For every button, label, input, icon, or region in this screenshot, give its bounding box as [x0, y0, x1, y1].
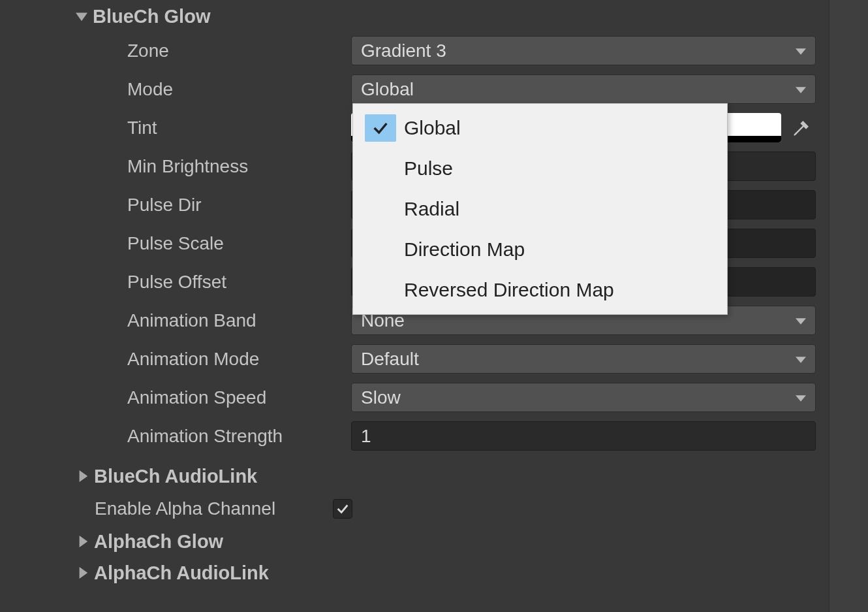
zone-value: Gradient 3: [361, 40, 446, 61]
chevron-right-icon: [72, 470, 94, 482]
chevron-down-icon: [796, 79, 806, 100]
chevron-down-icon: [796, 310, 806, 331]
section-bluech-glow-header[interactable]: BlueCh Glow: [0, 0, 868, 31]
mode-dropdown-popup: Global Pulse Radial Direction Map Revers…: [352, 103, 728, 315]
section-title: AlphaCh AudioLink: [94, 562, 269, 584]
chevron-right-icon: [72, 536, 94, 547]
chevron-down-icon: [70, 10, 93, 22]
enable-alpha-checkbox[interactable]: [333, 499, 352, 519]
section-title: AlphaCh Glow: [94, 531, 223, 553]
mode-label: Mode: [0, 79, 351, 100]
animation-strength-value: 1: [361, 426, 371, 447]
mode-option-label: Pulse: [404, 157, 453, 180]
chevron-down-icon: [796, 40, 806, 61]
mode-value: Global: [361, 79, 414, 100]
chevron-right-icon: [72, 567, 94, 579]
animation-speed-value: Slow: [361, 387, 401, 408]
section-title: BlueCh Glow: [93, 6, 210, 27]
animation-band-label: Animation Band: [0, 310, 351, 331]
chevron-down-icon: [796, 387, 806, 408]
mode-option-label: Reversed Direction Map: [404, 279, 614, 301]
zone-dropdown[interactable]: Gradient 3: [351, 36, 816, 65]
min-brightness-label: Min Brightness: [0, 156, 351, 177]
mode-option-radial[interactable]: Radial: [353, 189, 727, 229]
mode-option-pulse[interactable]: Pulse: [353, 148, 727, 189]
enable-alpha-label: Enable Alpha Channel: [0, 498, 333, 519]
mode-option-global[interactable]: Global: [353, 108, 727, 148]
pulse-offset-label: Pulse Offset: [0, 272, 351, 293]
eyedropper-button[interactable]: [786, 113, 816, 142]
mode-option-label: Radial: [404, 198, 459, 220]
check-icon: [365, 114, 396, 142]
section-alphach-glow-header[interactable]: AlphaCh Glow: [0, 526, 868, 557]
mode-option-label: Direction Map: [404, 238, 525, 261]
mode-option-label: Global: [404, 117, 461, 139]
animation-mode-label: Animation Mode: [0, 349, 351, 370]
animation-mode-value: Default: [361, 349, 419, 370]
mode-option-direction-map[interactable]: Direction Map: [353, 229, 727, 270]
mode-option-reversed-direction-map[interactable]: Reversed Direction Map: [353, 270, 727, 310]
mode-dropdown[interactable]: Global: [351, 74, 816, 104]
section-title: BlueCh AudioLink: [94, 466, 257, 487]
zone-label: Zone: [0, 40, 351, 61]
animation-strength-label: Animation Strength: [0, 426, 351, 447]
animation-mode-dropdown[interactable]: Default: [351, 344, 816, 374]
animation-strength-input[interactable]: 1: [351, 421, 816, 451]
animation-speed-label: Animation Speed: [0, 387, 351, 408]
tint-label: Tint: [0, 118, 351, 138]
section-alphach-audiolink-header[interactable]: AlphaCh AudioLink: [0, 557, 868, 588]
section-bluech-audiolink-header[interactable]: BlueCh AudioLink: [0, 460, 868, 492]
pulse-scale-label: Pulse Scale: [0, 233, 351, 254]
chevron-down-icon: [796, 349, 806, 370]
animation-speed-dropdown[interactable]: Slow: [351, 383, 816, 412]
pulse-dir-label: Pulse Dir: [0, 195, 351, 216]
scrollbar-gutter[interactable]: [829, 0, 868, 612]
